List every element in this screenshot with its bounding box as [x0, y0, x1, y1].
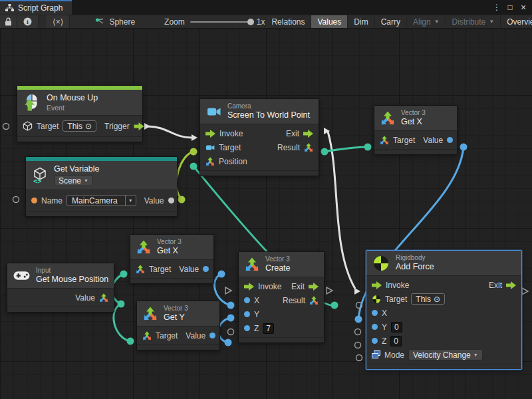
graph-toolbar: i ⟨×⟩ Sphere Zoom 1x Relations Values Di… [0, 15, 532, 29]
gameobject-icon [23, 121, 33, 131]
port-trigger-out[interactable] [144, 123, 150, 130]
target-picker-icon: ⊙ [85, 122, 92, 131]
align-button[interactable]: Align▼ [407, 15, 446, 28]
force-mode-dropdown[interactable]: Velocity Change▼ [408, 349, 483, 360]
lock-icon [5, 17, 12, 26]
port-invoke-in-arrowhead[interactable] [192, 134, 198, 141]
nest-graph-icon [95, 17, 105, 26]
overview-button[interactable]: Overview [501, 15, 532, 28]
value-port[interactable] [168, 198, 174, 203]
menu-icon[interactable]: ⋮ [491, 3, 503, 12]
port-exit-out[interactable] [324, 128, 330, 134]
target-self-chip[interactable]: This⊙ [411, 293, 445, 305]
port-create-exit[interactable] [327, 287, 332, 294]
float-port[interactable] [244, 325, 250, 331]
node-title: Get X [401, 117, 426, 127]
node-on-mouse-up[interactable]: On Mouse Up Event Target This⊙ Trigger [17, 85, 143, 142]
node-get-y[interactable]: Vector 3 Get Y Target Value [136, 301, 220, 350]
inspect-button[interactable]: i [17, 15, 39, 28]
float-port[interactable] [372, 324, 378, 330]
float-port[interactable] [244, 311, 250, 317]
vector3-icon [380, 111, 395, 126]
close-icon[interactable]: × [517, 2, 529, 13]
tab-script-graph[interactable]: Script Graph [0, 0, 72, 15]
wire-exit-to-addforce-invoke[interactable] [328, 132, 355, 289]
edit-graph-button[interactable]: ⟨×⟩ [47, 15, 70, 28]
target-picker-icon: ⊙ [434, 295, 440, 304]
node-title: Get Mouse Position [36, 275, 108, 285]
y-label: Y [382, 323, 387, 332]
variable-icon: <> [32, 167, 48, 184]
variable-scope-dropdown[interactable]: Scene▼ [54, 175, 93, 186]
value-label: Value [423, 136, 443, 145]
vector3-icon [142, 331, 152, 340]
dim-button[interactable]: Dim [348, 15, 374, 28]
breadcrumb[interactable]: Sphere [88, 15, 142, 28]
flow-arrow-icon [134, 122, 144, 130]
z-value-field[interactable]: 7 [263, 323, 274, 334]
node-title: Add Force [396, 262, 434, 272]
node-add-force[interactable]: Rigidbody Add Force Invoke Exit Target T… [366, 250, 522, 370]
zoom-value: 1x [257, 17, 265, 27]
graph-canvas[interactable]: On Mouse Up Event Target This⊙ Trigger [0, 29, 532, 399]
value-label: Value [144, 196, 164, 205]
zoom-control: Zoom 1x [164, 15, 265, 28]
node-get-variable[interactable]: <> Get Variable Scene▼ Name MainCamera▼ … [25, 156, 178, 217]
port-create-invoke[interactable] [225, 287, 231, 294]
node-get-x-mid[interactable]: Vector 3 Get X Target Value [130, 234, 214, 284]
wire-gety-to-create-y[interactable] [218, 318, 231, 342]
wire-result-to-getx-target[interactable] [325, 147, 368, 152]
invoke-label: Invoke [258, 282, 281, 291]
distribute-button[interactable]: Distribute▼ [446, 15, 501, 28]
gamepad-icon [13, 271, 30, 281]
node-get-mouse-position[interactable]: Input Get Mouse Position Value [7, 263, 114, 313]
node-get-x-top[interactable]: Vector 3 Get X Target Value [374, 105, 458, 155]
object-ports [178, 148, 198, 203]
target-label: Target [37, 122, 59, 131]
wire-mouse-to-gety-target[interactable] [114, 304, 130, 341]
float-port[interactable] [372, 338, 378, 344]
relations-button[interactable]: Relations [265, 15, 311, 28]
float-port[interactable] [203, 266, 209, 272]
float-port[interactable] [244, 297, 250, 303]
lock-button[interactable] [0, 15, 17, 28]
carry-button[interactable]: Carry [375, 15, 407, 28]
maximize-icon[interactable]: □ [504, 3, 516, 12]
flow-arrow-icon [309, 283, 319, 291]
node-screen-to-world-point[interactable]: Camera Screen To World Point Invoke Exit… [200, 98, 319, 176]
node-vector3-create[interactable]: Vector 3 Create Invoke Exit X Result [238, 251, 325, 343]
z-label: Z [382, 336, 386, 346]
vector3-icon [136, 265, 145, 274]
vector3-icon [380, 136, 389, 145]
float-port[interactable] [209, 332, 215, 338]
vector3-icon [304, 143, 313, 152]
y-value-field[interactable]: 0 [391, 322, 402, 332]
node-category: Vector 3 [401, 109, 426, 116]
zoom-slider[interactable] [190, 21, 251, 23]
zoom-slider-knob[interactable] [247, 19, 254, 25]
mode-label: Mode [384, 350, 404, 360]
target-label: Target [149, 265, 171, 274]
wire-variable-to-camera-target[interactable] [176, 152, 194, 200]
z-value-field[interactable]: 0 [390, 336, 402, 346]
string-port[interactable] [31, 198, 37, 203]
flow-arrow-icon [303, 130, 313, 138]
chevron-down-icon: ▼ [489, 19, 494, 25]
target-self-chip[interactable]: This⊙ [63, 120, 96, 132]
flow-arrow-icon [205, 130, 215, 138]
vector3-icon [245, 257, 259, 272]
wire-trigger-to-invoke[interactable] [148, 126, 192, 138]
port-addforce-exit[interactable] [522, 288, 528, 295]
float-port[interactable] [372, 310, 378, 316]
port-addforce-invoke-arrowhead[interactable] [354, 288, 360, 295]
target-label: Target [156, 331, 178, 340]
result-label: Result [283, 296, 305, 305]
code-icon: ⟨×⟩ [53, 17, 63, 27]
values-button[interactable]: Values [311, 15, 348, 28]
float-port[interactable] [447, 137, 453, 143]
variable-name-dropdown[interactable]: MainCamera▼ [66, 195, 136, 206]
invoke-label: Invoke [386, 281, 409, 290]
vector3-icon [309, 296, 319, 305]
node-title: Get X [157, 246, 182, 256]
vector3-icon [99, 293, 108, 303]
